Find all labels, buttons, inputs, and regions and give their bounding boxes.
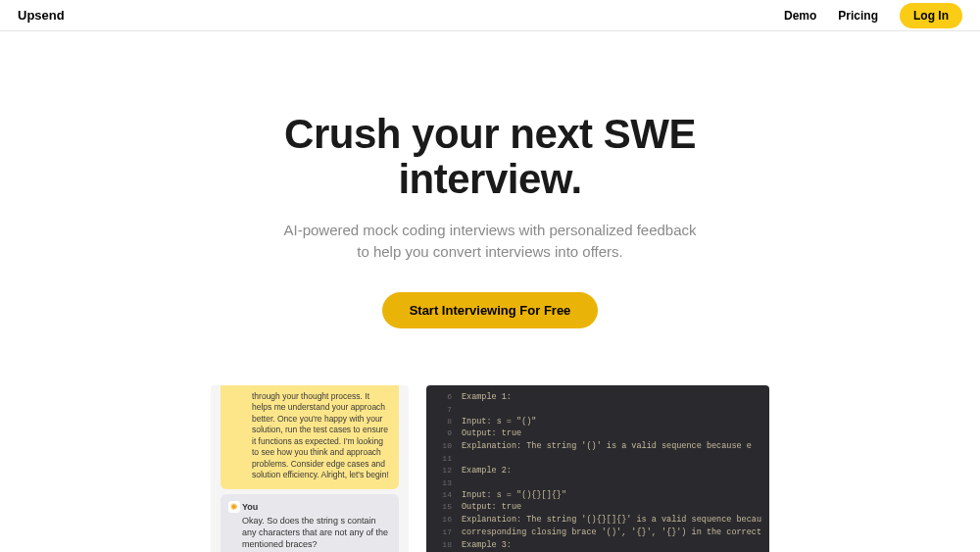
- hero-title: Crush your next SWE interview.: [0, 112, 980, 202]
- line-number: 12: [434, 465, 452, 477]
- code-line: 16Explanation: The string '(){}[]{}' is …: [426, 514, 769, 527]
- header: Upsend Demo Pricing Log In: [0, 0, 980, 31]
- line-text: Example 1:: [462, 391, 512, 404]
- sparkle-icon: ✺: [228, 501, 240, 513]
- line-number: 8: [434, 416, 452, 428]
- hero-subtitle: AI-powered mock coding interviews with p…: [0, 220, 980, 263]
- line-number: 14: [434, 489, 452, 502]
- line-text: Output: true: [462, 427, 521, 440]
- chat-message-top: through your thought process. It helps m…: [220, 385, 399, 489]
- code-line: 6Example 1:: [426, 391, 769, 404]
- line-number: 10: [434, 440, 452, 453]
- line-text: Input: s = "(){}[]{}": [462, 489, 566, 502]
- chat-message-you: ✺ You Okay. So does the string s contain…: [220, 494, 399, 552]
- cta-button[interactable]: Start Interviewing For Free: [382, 292, 599, 328]
- line-text: Example 3:: [462, 539, 512, 552]
- line-number: 17: [434, 527, 452, 539]
- hero-subtitle-line1: AI-powered mock coding interviews with p…: [283, 222, 696, 238]
- code-line: 11: [426, 453, 769, 465]
- code-line: 10Explanation: The string '()' is a vali…: [426, 440, 769, 453]
- line-text: corresponding closing brace '()', '{}', …: [462, 527, 761, 539]
- hero-subtitle-line2: to help you convert interviews into offe…: [357, 243, 623, 260]
- line-text: Output: true: [462, 501, 521, 514]
- logo[interactable]: Upsend: [18, 8, 65, 23]
- line-number: 18: [434, 539, 452, 552]
- code-line: 12Example 2:: [426, 465, 769, 477]
- nav: Demo Pricing Log In: [784, 3, 962, 28]
- nav-demo[interactable]: Demo: [784, 9, 816, 23]
- code-line: 14Input: s = "(){}[]{}": [426, 489, 769, 502]
- nav-pricing[interactable]: Pricing: [838, 9, 878, 23]
- preview-container: through your thought process. It helps m…: [0, 385, 980, 552]
- code-line: 8Input: s = "()": [426, 416, 769, 428]
- line-text: Example 2:: [462, 465, 512, 477]
- chat-you-text: Okay. So does the string s contain any c…: [242, 515, 389, 550]
- code-line: 7: [426, 404, 769, 416]
- code-preview: 6Example 1:78Input: s = "()"9Output: tru…: [426, 385, 769, 552]
- line-number: 9: [434, 427, 452, 440]
- hero-title-line2: interview.: [398, 156, 581, 202]
- chat-preview: through your thought process. It helps m…: [211, 385, 409, 552]
- line-text: Input: s = "()": [462, 416, 537, 428]
- code-line: 18Example 3:: [426, 539, 769, 552]
- code-editor[interactable]: 6Example 1:78Input: s = "()"9Output: tru…: [426, 385, 769, 552]
- line-text: Explanation: The string '()' is a valid …: [462, 440, 752, 453]
- code-line: 15Output: true: [426, 501, 769, 514]
- line-number: 7: [434, 404, 452, 416]
- code-line: 17corresponding closing brace '()', '{}'…: [426, 527, 769, 539]
- line-number: 13: [434, 477, 452, 489]
- line-text: Explanation: The string '(){}[]{}' is a …: [462, 514, 761, 527]
- line-number: 11: [434, 453, 452, 465]
- line-number: 6: [434, 391, 452, 404]
- code-line: 9Output: true: [426, 427, 769, 440]
- line-number: 15: [434, 501, 452, 514]
- login-button[interactable]: Log In: [900, 3, 962, 28]
- hero-title-line1: Crush your next SWE: [284, 111, 696, 157]
- chat-you-name: You: [242, 501, 389, 513]
- code-line: 13: [426, 477, 769, 489]
- hero-section: Crush your next SWE interview. AI-powere…: [0, 31, 980, 328]
- line-number: 16: [434, 514, 452, 527]
